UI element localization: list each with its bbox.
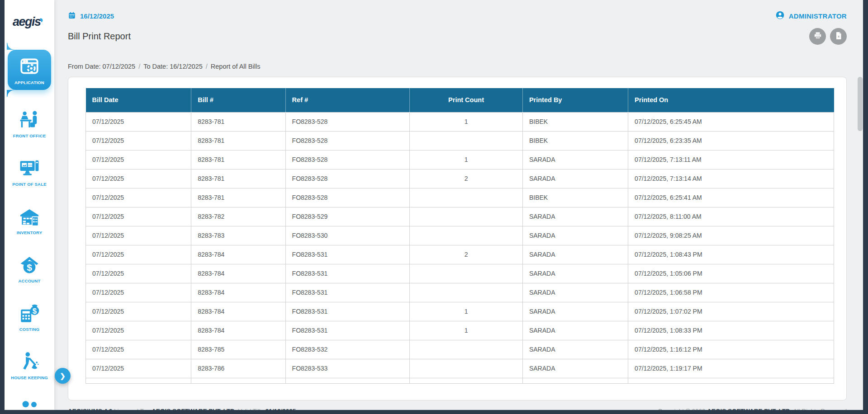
sidebar-item-costing[interactable]: $COSTING xyxy=(5,302,54,332)
vertical-scrollbar-thumb[interactable] xyxy=(858,77,863,131)
table-row: 07/12/20258283-782FO8283-529SARADA07/12/… xyxy=(86,207,834,226)
table-cell: 07/12/2025 xyxy=(86,302,191,321)
breadcrumb-part: Report of All Bills xyxy=(211,63,261,70)
table-cell xyxy=(522,378,628,383)
sidebar-item-front-office[interactable]: FRONT OFFICE xyxy=(5,109,54,138)
account-icon: $ xyxy=(18,254,41,277)
sidebar-item-house-keeping[interactable]: HOUSE KEEPING xyxy=(5,351,54,380)
sidebar-item-label: COSTING xyxy=(5,327,54,332)
aegis-logo: aegis◗ xyxy=(5,0,54,43)
table-cell: FO8283-528 xyxy=(285,150,410,169)
breadcrumb-part: From Date: 07/12/2025 xyxy=(68,63,135,70)
table-cell: SARADA xyxy=(522,226,628,245)
table-cell: SARADA xyxy=(522,302,628,321)
table-cell: SARADA xyxy=(522,321,628,340)
table-cell: 07/12/2025, 1:19:17 PM xyxy=(628,359,834,378)
costing-icon: $ xyxy=(18,302,41,325)
table-row: 07/12/20258283-781FO8283-5281BIBEK07/12/… xyxy=(86,112,834,131)
table-cell: FO8283-532 xyxy=(285,340,410,359)
table-row: 07/12/20258283-784FO8283-5311SARADA07/12… xyxy=(86,321,834,340)
table-cell: FO8283-528 xyxy=(285,131,410,150)
table-cell: 07/12/2025, 6:23:35 AM xyxy=(628,131,834,150)
table-row: 07/12/20258283-784FO8283-531SARADA07/12/… xyxy=(86,264,834,283)
sidebar-item-label: FRONT OFFICE xyxy=(5,133,54,138)
table-cell: 07/12/2025, 8:11:00 AM xyxy=(628,207,834,226)
page-title: Bill Print Report xyxy=(68,31,131,42)
bottom-frame-bar xyxy=(0,410,868,414)
table-cell: FO8283-531 xyxy=(285,321,410,340)
user-menu[interactable]: ADMINISTRATOR xyxy=(775,10,847,21)
export-excel-button[interactable]: x xyxy=(830,28,847,45)
sidebar-item-label: ACCOUNT xyxy=(5,278,54,283)
chevron-right-icon: ❯ xyxy=(60,372,66,380)
svg-text:$: $ xyxy=(33,307,37,315)
sidebar-expand-button[interactable]: ❯ xyxy=(55,368,71,384)
print-button[interactable] xyxy=(809,28,826,45)
report-card: Bill DateBill #Ref #Print CountPrinted B… xyxy=(68,77,847,400)
sidebar-item-label: POINT OF SALE xyxy=(5,182,54,187)
sidebar-item-account[interactable]: $ACCOUNT xyxy=(5,254,54,283)
breadcrumb: From Date: 07/12/2025/To Date: 16/12/202… xyxy=(68,63,847,70)
table-cell: FO8283-533 xyxy=(285,359,410,378)
table-row: 07/12/20258283-781FO8283-5282SARADA07/12… xyxy=(86,169,834,188)
table-cell: 8283-784 xyxy=(191,245,285,264)
column-header-bill-date: Bill Date xyxy=(86,88,191,112)
table-cell: 2 xyxy=(410,245,523,264)
table-cell: 8283-784 xyxy=(191,283,285,302)
table-cell: 07/12/2025 xyxy=(86,264,191,283)
logo-text: aegis xyxy=(13,15,41,29)
house-keeping-icon xyxy=(18,351,41,373)
svg-text:x: x xyxy=(838,35,840,38)
table-cell xyxy=(410,188,523,207)
table-row: 07/12/20258283-786FO8283-533SARADA07/12/… xyxy=(86,359,834,378)
table-row: 07/12/20258283-784FO8283-5311SARADA07/12… xyxy=(86,302,834,321)
sidebar-item-point-of-sale[interactable]: POINT OF SALE xyxy=(5,157,54,187)
table-cell: FO8283-531 xyxy=(285,264,410,283)
table-cell: 07/12/2025 xyxy=(86,131,191,150)
column-header-bill-: Bill # xyxy=(191,88,285,112)
table-cell: FO8283-530 xyxy=(285,226,410,245)
title-row: Bill Print Report x xyxy=(68,28,847,45)
table-cell: SARADA xyxy=(522,169,628,188)
table-cell: 07/12/2025, 6:25:41 AM xyxy=(628,188,834,207)
application-icon xyxy=(18,56,41,78)
people-icon xyxy=(18,399,41,410)
table-cell: FO8283-528 xyxy=(285,188,410,207)
table-cell: 8283-782 xyxy=(191,207,285,226)
sidebar-item-label: APPLICATION xyxy=(9,80,50,85)
table-cell: 8283-784 xyxy=(191,321,285,340)
column-header-ref-: Ref # xyxy=(285,88,410,112)
sidebar-item-inventory[interactable]: INVENTORY xyxy=(5,206,54,235)
sidebar-item-application[interactable]: APPLICATION xyxy=(8,50,51,90)
column-header-print-count: Print Count xyxy=(410,88,523,112)
table-cell: 8283-784 xyxy=(191,264,285,283)
table-cell: SARADA xyxy=(522,245,628,264)
table-cell: 8283-785 xyxy=(191,340,285,359)
date-display[interactable]: 16/12/2025 xyxy=(68,11,114,21)
table-cell: 07/12/2025, 7:13:11 AM xyxy=(628,150,834,169)
table-cell: 8283-781 xyxy=(191,169,285,188)
table-cell: 07/12/2025 xyxy=(86,207,191,226)
report-toolbar: x xyxy=(809,28,847,45)
table-cell: 07/12/2025 xyxy=(86,150,191,169)
bill-print-table: Bill DateBill #Ref #Print CountPrinted B… xyxy=(85,88,834,384)
table-cell: 07/12/2025, 1:16:12 PM xyxy=(628,340,834,359)
table-cell: 8283-781 xyxy=(191,131,285,150)
sidebar-item-label: INVENTORY xyxy=(5,230,54,235)
table-cell xyxy=(410,378,523,383)
table-cell: 1 xyxy=(410,321,523,340)
table-cell: BIBEK xyxy=(522,188,628,207)
point-of-sale-icon xyxy=(18,157,41,180)
table-cell: FO8283-528 xyxy=(285,169,410,188)
breadcrumb-part: To Date: 16/12/2025 xyxy=(143,63,203,70)
table-cell: BIBEK xyxy=(522,112,628,131)
column-header-printed-by: Printed By xyxy=(522,88,628,112)
sidebar-item-people[interactable] xyxy=(5,399,54,410)
table-cell xyxy=(410,264,523,283)
left-frame-bar xyxy=(0,0,5,414)
table-cell xyxy=(285,378,410,383)
app-window: aegis◗ APPLICATIONFRONT OFFICEPOINT OF S… xyxy=(0,0,868,414)
current-date: 16/12/2025 xyxy=(80,12,114,20)
table-cell xyxy=(410,226,523,245)
table-cell: FO8283-531 xyxy=(285,245,410,264)
